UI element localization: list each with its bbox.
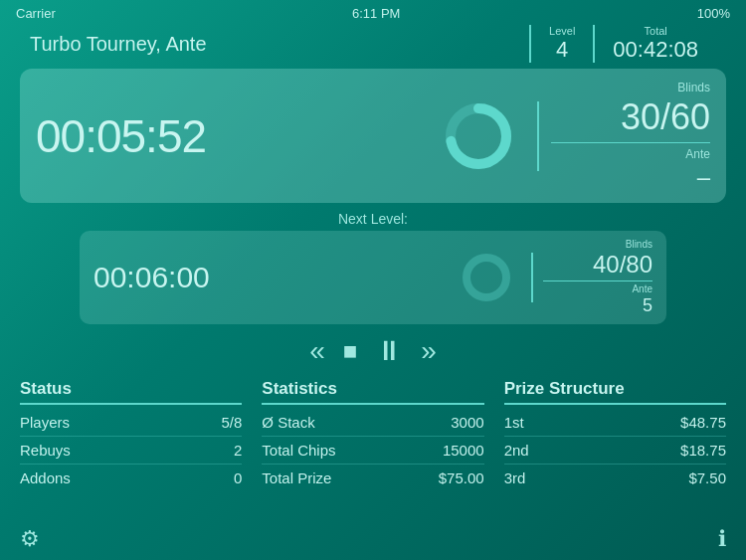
first-label: 1st [504, 414, 524, 431]
chips-label: Total Chips [262, 442, 335, 459]
second-label: 2nd [504, 442, 529, 459]
next-timer: 00:06:00 [93, 261, 452, 294]
players-value: 5/8 [221, 414, 242, 431]
level-label: Level [549, 25, 575, 37]
clock: 6:11 PM [352, 6, 400, 21]
next-ante-label: Ante [543, 283, 653, 294]
info-icon[interactable]: ℹ [718, 526, 726, 552]
blinds-label: Blinds [551, 81, 710, 94]
first-value: $48.75 [680, 414, 726, 431]
third-label: 3rd [504, 469, 526, 486]
bottom-section: Status Players 5/8 Rebuys 2 Addons 0 Sta… [0, 379, 746, 491]
statistics-title: Statistics [262, 379, 483, 405]
svg-point-2 [466, 258, 506, 297]
level-value: 4 [549, 37, 575, 63]
main-timer: 00:05:52 [36, 109, 432, 163]
status-table: Status Players 5/8 Rebuys 2 Addons 0 [20, 379, 242, 491]
total-box: Total 00:42:08 [593, 25, 716, 63]
status-title: Status [20, 379, 242, 405]
carrier-label: Carrier [16, 6, 56, 21]
ante-value: – [551, 163, 710, 191]
rebuys-value: 2 [234, 442, 242, 459]
total-prize-value: $75.00 [439, 469, 484, 486]
main-timer-card: 00:05:52 Blinds 30/60 Ante – [20, 69, 726, 203]
prize-table: Prize Structure 1st $48.75 2nd $18.75 3r… [504, 379, 726, 491]
blinds-value: 30/60 [551, 96, 710, 143]
forward-button[interactable]: » [421, 335, 437, 367]
third-value: $7.50 [688, 469, 726, 486]
title-row: Turbo Tourney, Ante Level 4 Total 00:42:… [0, 23, 746, 69]
total-label: Total [613, 25, 698, 37]
stats-row-prize: Total Prize $75.00 [262, 465, 483, 491]
total-value: 00:42:08 [613, 37, 698, 63]
addons-label: Addons [20, 469, 71, 486]
stats-row-stack: Ø Stack 3000 [262, 409, 483, 437]
next-donut [462, 253, 511, 302]
playback-controls: « ■ ⏸ » [0, 334, 746, 367]
gear-icon[interactable]: ⚙ [20, 526, 40, 552]
prize-title: Prize Structure [504, 379, 726, 405]
addons-value: 0 [234, 469, 242, 486]
ante-label: Ante [551, 147, 710, 161]
next-ante-value: 5 [543, 295, 653, 316]
level-box: Level 4 [529, 25, 593, 63]
tournament-title: Turbo Tourney, Ante [30, 33, 207, 56]
battery-label: 100% [697, 6, 730, 21]
pause-button[interactable]: ⏸ [375, 334, 403, 367]
rewind-button[interactable]: « [309, 335, 325, 367]
prize-row-2nd: 2nd $18.75 [504, 437, 726, 465]
statistics-table: Statistics Ø Stack 3000 Total Chips 1500… [262, 379, 483, 491]
bottom-bar: ⚙ ℹ [0, 520, 746, 556]
players-label: Players [20, 414, 70, 431]
main-divider [537, 101, 539, 171]
prize-row-3rd: 3rd $7.50 [504, 465, 726, 491]
total-prize-label: Total Prize [262, 469, 331, 486]
level-total: Level 4 Total 00:42:08 [529, 25, 716, 63]
stack-label: Ø Stack [262, 414, 314, 431]
chips-value: 15000 [443, 442, 484, 459]
stack-value: 3000 [451, 414, 483, 431]
next-blinds: Blinds 40/80 Ante 5 [543, 239, 653, 316]
stop-button[interactable]: ■ [343, 337, 358, 365]
status-bar: Carrier 6:11 PM 100% [0, 0, 746, 23]
next-level-card: 00:06:00 Blinds 40/80 Ante 5 [80, 231, 666, 324]
status-row-players: Players 5/8 [20, 409, 242, 437]
next-divider [531, 253, 533, 302]
next-blinds-label: Blinds [543, 239, 653, 250]
stats-row-chips: Total Chips 15000 [262, 437, 483, 465]
second-value: $18.75 [680, 442, 726, 459]
main-donut [444, 101, 513, 171]
main-blinds: Blinds 30/60 Ante – [551, 81, 710, 191]
next-level-label: Next Level: [0, 211, 746, 227]
status-row-addons: Addons 0 [20, 465, 242, 491]
prize-row-1st: 1st $48.75 [504, 409, 726, 437]
rebuys-label: Rebuys [20, 442, 71, 459]
status-row-rebuys: Rebuys 2 [20, 437, 242, 465]
next-blinds-value: 40/80 [543, 251, 653, 281]
